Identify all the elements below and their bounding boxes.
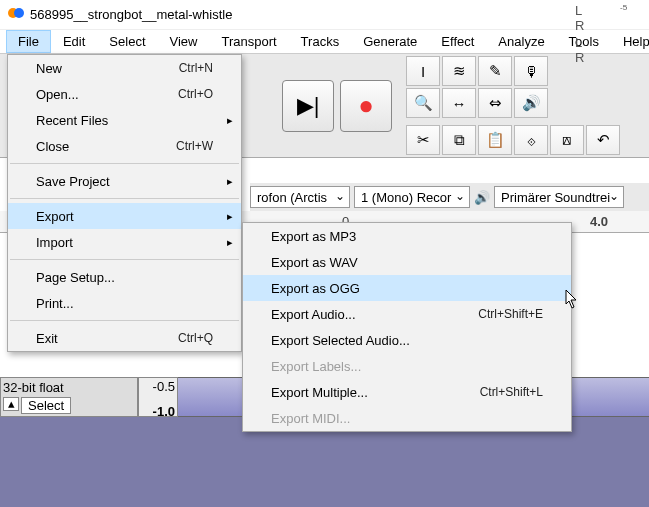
menu-help[interactable]: Help	[611, 30, 649, 53]
menu-item-close[interactable]: CloseCtrl+W	[8, 133, 241, 159]
submenu-export-audio[interactable]: Export Audio...Ctrl+Shift+E	[243, 301, 571, 327]
draw-tool-icon[interactable]: ✎	[478, 56, 512, 86]
play-meter: LR	[575, 35, 605, 65]
mouse-cursor-icon	[565, 290, 579, 310]
submenu-export-ogg[interactable]: Export as OGG	[243, 275, 571, 301]
file-menu-popup: NewCtrl+N Open...Ctrl+O Recent Files Clo…	[7, 54, 242, 352]
menu-item-new[interactable]: NewCtrl+N	[8, 55, 241, 81]
menu-select[interactable]: Select	[97, 30, 157, 53]
menu-generate[interactable]: Generate	[351, 30, 429, 53]
zoom-tool-icon[interactable]: 🔍	[406, 88, 440, 118]
app-icon	[8, 5, 24, 24]
menu-tracks[interactable]: Tracks	[289, 30, 352, 53]
speaker-icon[interactable]: 🔊	[514, 88, 548, 118]
menu-file[interactable]: File	[6, 30, 51, 53]
title-bar: 568995__strongbot__metal-whistle	[0, 0, 649, 30]
menu-item-export[interactable]: Export	[8, 203, 241, 229]
mic-icon[interactable]: 🎙	[514, 56, 548, 86]
svg-point-1	[14, 8, 24, 18]
envelope-tool-icon[interactable]: ≋	[442, 56, 476, 86]
paste-icon[interactable]: 📋	[478, 125, 512, 155]
channels-select[interactable]: 1 (Mono) Recor	[354, 186, 470, 208]
submenu-export-labels: Export Labels...	[243, 353, 571, 379]
track-scale: -0.5 -1.0	[138, 377, 178, 417]
menu-item-recent-files[interactable]: Recent Files	[8, 107, 241, 133]
output-device-select[interactable]: Primärer Soundtrei	[494, 186, 624, 208]
submenu-export-multiple[interactable]: Export Multiple...Ctrl+Shift+L	[243, 379, 571, 405]
copy-icon[interactable]: ⧉	[442, 125, 476, 155]
submenu-export-wav[interactable]: Export as WAV	[243, 249, 571, 275]
fit-selection-icon[interactable]: ⇔	[478, 88, 512, 118]
menu-item-page-setup[interactable]: Page Setup...	[8, 264, 241, 290]
skip-end-button[interactable]: ▶|	[282, 80, 334, 132]
menu-edit[interactable]: Edit	[51, 30, 97, 53]
track-select-button[interactable]: Select	[21, 397, 71, 414]
track-format: 32-bit float	[3, 380, 135, 395]
chevron-up-icon[interactable]: ▴	[3, 397, 19, 411]
menu-item-exit[interactable]: ExitCtrl+Q	[8, 325, 241, 351]
menu-analyze[interactable]: Analyze	[486, 30, 556, 53]
export-submenu: Export as MP3 Export as WAV Export as OG…	[242, 222, 572, 432]
submenu-export-mp3[interactable]: Export as MP3	[243, 223, 571, 249]
window-title: 568995__strongbot__metal-whistle	[30, 7, 232, 22]
record-button[interactable]: ●	[340, 80, 392, 132]
fit-project-icon[interactable]: ↔	[442, 88, 476, 118]
submenu-export-selected-audio[interactable]: Export Selected Audio...	[243, 327, 571, 353]
menu-bar: File Edit Select View Transport Tracks G…	[0, 30, 649, 54]
menu-effect[interactable]: Effect	[429, 30, 486, 53]
rec-meter: LR	[575, 3, 605, 33]
menu-item-print[interactable]: Print...	[8, 290, 241, 316]
submenu-export-midi: Export MIDI...	[243, 405, 571, 431]
menu-transport[interactable]: Transport	[209, 30, 288, 53]
trim-icon[interactable]: ⟐	[514, 125, 548, 155]
silence-icon[interactable]: ⟎	[550, 125, 584, 155]
cut-icon[interactable]: ✂	[406, 125, 440, 155]
menu-view[interactable]: View	[158, 30, 210, 53]
undo-icon[interactable]: ↶	[586, 125, 620, 155]
device-toolbar: rofon (Arctis 1 (Mono) Recor 🔊 Primärer …	[250, 183, 649, 211]
speaker-small-icon: 🔊	[474, 190, 490, 205]
menu-item-save-project[interactable]: Save Project	[8, 168, 241, 194]
menu-item-import[interactable]: Import	[8, 229, 241, 255]
input-device-select[interactable]: rofon (Arctis	[250, 186, 350, 208]
track-panel[interactable]: 32-bit float ▴ Select	[0, 377, 138, 417]
meter-mark: -5	[620, 3, 649, 12]
selection-tool-icon[interactable]: I	[406, 56, 440, 86]
menu-item-open[interactable]: Open...Ctrl+O	[8, 81, 241, 107]
